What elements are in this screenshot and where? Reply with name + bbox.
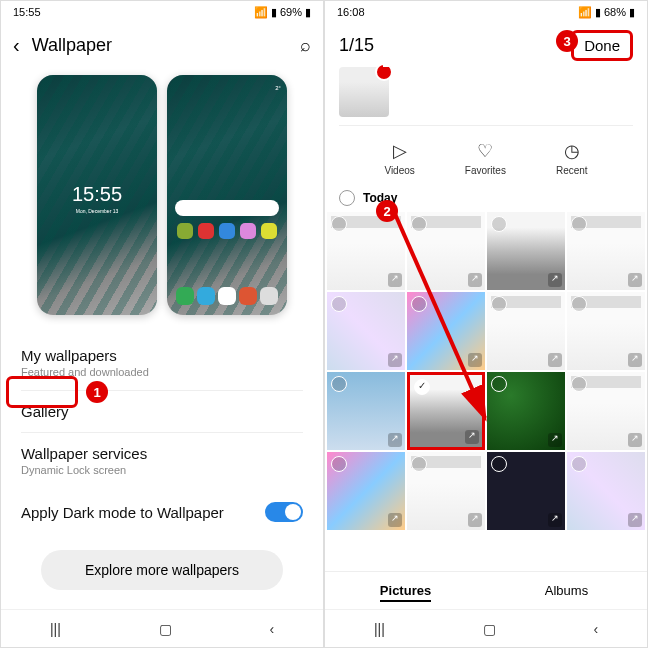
status-right: 📶 ▮ 69% ▮ bbox=[254, 6, 311, 19]
dark-mode-toggle[interactable] bbox=[265, 502, 303, 522]
annotation-badge-3: 3 bbox=[556, 30, 578, 52]
annotation-badge-2: 2 bbox=[376, 200, 398, 222]
header: ‹ Wallpaper ⌕ bbox=[1, 23, 323, 67]
grid-item[interactable] bbox=[567, 212, 645, 290]
nav-home-icon[interactable]: ▢ bbox=[483, 621, 496, 637]
nav-recents-icon[interactable]: ||| bbox=[50, 621, 61, 637]
filter-recent[interactable]: ◷Recent bbox=[556, 140, 588, 176]
selected-thumbnail[interactable] bbox=[339, 67, 389, 117]
tab-albums[interactable]: Albums bbox=[486, 572, 647, 609]
tab-row: Pictures Albums bbox=[325, 571, 647, 609]
nav-recents-icon[interactable]: ||| bbox=[374, 621, 385, 637]
explore-button[interactable]: Explore more wallpapers bbox=[41, 550, 283, 590]
battery-icon: ▮ bbox=[629, 6, 635, 19]
signal-icon: ▮ bbox=[271, 6, 277, 19]
grid-item[interactable] bbox=[327, 212, 405, 290]
preview-search-bar bbox=[175, 200, 279, 216]
grid-item[interactable] bbox=[327, 372, 405, 450]
status-right: 📶 ▮ 68% ▮ bbox=[578, 6, 635, 19]
dark-mode-row: Apply Dark mode to Wallpaper bbox=[1, 488, 323, 536]
grid-item[interactable] bbox=[567, 372, 645, 450]
wifi-icon: 📶 bbox=[254, 6, 268, 19]
tab-pictures[interactable]: Pictures bbox=[325, 572, 486, 609]
preview-app-row bbox=[175, 223, 279, 239]
nav-bar: ||| ▢ ‹ bbox=[1, 609, 323, 647]
filter-videos[interactable]: ▷Videos bbox=[384, 140, 414, 176]
grid-item[interactable] bbox=[327, 452, 405, 530]
signal-icon: ▮ bbox=[595, 6, 601, 19]
gallery-picker-screen: 16:08 📶 ▮ 68% ▮ 1/15 Done ▷Videos ♡Favor… bbox=[324, 0, 648, 648]
wallpaper-services-item[interactable]: Wallpaper services Dynamic Lock screen bbox=[1, 433, 323, 488]
clock-icon: ◷ bbox=[556, 140, 588, 162]
preview-lock-time: 15:55 bbox=[37, 183, 157, 206]
status-bar: 16:08 📶 ▮ 68% ▮ bbox=[325, 1, 647, 23]
filter-favorites[interactable]: ♡Favorites bbox=[465, 140, 506, 176]
settings-list: My wallpapers Featured and downloaded Ga… bbox=[1, 335, 323, 590]
back-icon[interactable]: ‹ bbox=[13, 34, 20, 57]
grid-item[interactable] bbox=[407, 452, 485, 530]
status-time: 16:08 bbox=[337, 6, 365, 18]
nav-back-icon[interactable]: ‹ bbox=[269, 621, 274, 637]
nav-bar: ||| ▢ ‹ bbox=[325, 609, 647, 647]
grid-item[interactable] bbox=[407, 212, 485, 290]
section-today[interactable]: Today bbox=[325, 186, 647, 212]
annotation-box-gallery bbox=[6, 376, 78, 408]
status-bar: 15:55 📶 ▮ 69% ▮ bbox=[1, 1, 323, 23]
grid-item[interactable] bbox=[567, 452, 645, 530]
homescreen-preview[interactable]: 2° bbox=[167, 75, 287, 315]
grid-item[interactable] bbox=[327, 292, 405, 370]
wallpaper-settings-screen: 15:55 📶 ▮ 69% ▮ ‹ Wallpaper ⌕ 15:55 Mon,… bbox=[0, 0, 324, 648]
nav-back-icon[interactable]: ‹ bbox=[593, 621, 598, 637]
grid-item-selected[interactable] bbox=[407, 372, 485, 450]
preview-dock bbox=[175, 287, 279, 305]
done-button[interactable]: Done bbox=[571, 30, 633, 61]
status-time: 15:55 bbox=[13, 6, 41, 18]
select-all-radio[interactable] bbox=[339, 190, 355, 206]
photo-grid bbox=[325, 212, 647, 530]
page-title: Wallpaper bbox=[32, 35, 300, 56]
grid-item[interactable] bbox=[407, 292, 485, 370]
wallpaper-preview-row: 15:55 Mon, December 13 2° bbox=[1, 67, 323, 331]
filter-row: ▷Videos ♡Favorites ◷Recent bbox=[339, 125, 633, 186]
play-icon: ▷ bbox=[384, 140, 414, 162]
lockscreen-preview[interactable]: 15:55 Mon, December 13 bbox=[37, 75, 157, 315]
preview-weather: 2° bbox=[243, 85, 281, 91]
battery-text: 69% bbox=[280, 6, 302, 18]
wifi-icon: 📶 bbox=[578, 6, 592, 19]
grid-item[interactable] bbox=[567, 292, 645, 370]
grid-item[interactable] bbox=[487, 212, 565, 290]
battery-text: 68% bbox=[604, 6, 626, 18]
battery-icon: ▮ bbox=[305, 6, 311, 19]
selection-counter: 1/15 bbox=[339, 35, 561, 56]
preview-lock-date: Mon, December 13 bbox=[37, 208, 157, 214]
search-icon[interactable]: ⌕ bbox=[300, 35, 311, 56]
grid-item[interactable] bbox=[487, 292, 565, 370]
nav-home-icon[interactable]: ▢ bbox=[159, 621, 172, 637]
heart-icon: ♡ bbox=[465, 140, 506, 162]
annotation-badge-1: 1 bbox=[86, 381, 108, 403]
picker-header: 1/15 Done bbox=[325, 23, 647, 67]
grid-item[interactable] bbox=[487, 452, 565, 530]
grid-item[interactable] bbox=[487, 372, 565, 450]
